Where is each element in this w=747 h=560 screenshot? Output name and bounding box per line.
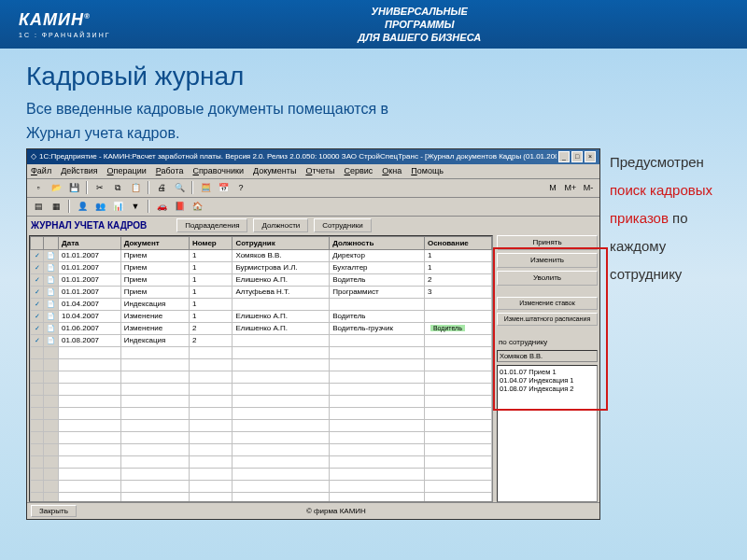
tool-doc-icon[interactable]: ▤ xyxy=(31,199,46,214)
close-journal-button[interactable]: Закрыть xyxy=(31,505,77,517)
close-button[interactable]: × xyxy=(585,151,596,162)
paste-icon[interactable]: 📋 xyxy=(128,180,143,195)
employee-label: по сотруднику xyxy=(497,337,598,347)
page-title: Кадровый журнал xyxy=(26,62,721,91)
table-row[interactable] xyxy=(31,383,492,395)
employee-doc-item[interactable]: 01.04.07 Индексация 1 xyxy=(500,376,595,385)
cut-icon[interactable]: ✂ xyxy=(92,180,107,195)
menu-действия[interactable]: Действия xyxy=(61,166,97,175)
menu-отчеты[interactable]: Отчеты xyxy=(305,166,334,175)
print-icon[interactable]: 🖨 xyxy=(154,180,169,195)
open-icon[interactable]: 📂 xyxy=(49,180,63,195)
copy-icon[interactable]: ⧉ xyxy=(110,180,125,195)
table-row[interactable] xyxy=(31,443,492,455)
col-header[interactable]: Основание xyxy=(424,236,491,249)
window-title: 1С:Предприятие - КАМИН:Расчет заработной… xyxy=(39,152,557,161)
col-header[interactable]: Дата xyxy=(59,236,121,249)
nav-m[interactable]: M xyxy=(545,180,560,195)
nav-mminus[interactable]: M- xyxy=(581,180,596,195)
filter-employees-button[interactable]: Сотрудники xyxy=(314,218,371,232)
table-row[interactable]: ✓📄01.08.2007Индексация2 xyxy=(31,334,492,346)
rates-change-button[interactable]: Изменение ставок xyxy=(497,297,598,310)
change-button[interactable]: Изменить xyxy=(497,253,598,268)
table-row[interactable]: ✓📄01.01.2007Прием1Елишенко А.П.Водитель2 xyxy=(31,273,492,286)
tool-car-icon[interactable]: 🚗 xyxy=(154,199,169,214)
logo: КАМИН® xyxy=(19,10,111,30)
col-header[interactable]: Должность xyxy=(330,236,425,249)
intro-line2: Журнал учета кадров. xyxy=(26,123,721,144)
filter-positions-button[interactable]: Должности xyxy=(253,218,308,232)
tool-users-icon[interactable]: 👥 xyxy=(92,199,107,214)
filter-departments-button[interactable]: Подразделения xyxy=(176,218,247,232)
table-row[interactable]: ✓📄01.01.2007Прием1Бурмистрова И.Л.Бухгал… xyxy=(31,261,492,273)
tool-funnel-icon[interactable]: ▼ xyxy=(128,199,143,214)
tool-home-icon[interactable]: 🏠 xyxy=(190,199,204,214)
accept-button[interactable]: Принять xyxy=(497,235,598,250)
employee-doc-item[interactable]: 01.01.07 Прием 1 xyxy=(500,368,595,376)
table-row[interactable] xyxy=(31,395,492,407)
table-row[interactable] xyxy=(31,419,492,431)
table-row[interactable] xyxy=(31,346,492,358)
dismiss-button[interactable]: Уволить xyxy=(497,271,598,286)
col-header[interactable]: Документ xyxy=(120,236,189,249)
app-window: ◇ 1С:Предприятие - КАМИН:Расчет заработн… xyxy=(26,148,600,520)
col-header[interactable] xyxy=(44,236,59,249)
journal-title: ЖУРНАЛ УЧЕТА КАДРОВ xyxy=(31,220,147,231)
menu-помощь[interactable]: Помощь xyxy=(411,166,444,175)
app-icon: ◇ xyxy=(31,152,36,161)
side-panel: Принять Изменить Уволить Изменение ставо… xyxy=(497,235,598,502)
tool-book-icon[interactable]: 📕 xyxy=(172,199,187,214)
table-row[interactable] xyxy=(31,480,492,492)
table-row[interactable]: ✓📄01.06.2007Изменение2Елишенко А.П.Водит… xyxy=(31,322,492,334)
table-row[interactable] xyxy=(31,492,492,502)
table-row[interactable] xyxy=(31,468,492,480)
new-icon[interactable]: ▫ xyxy=(31,180,46,195)
nav-mplus[interactable]: M+ xyxy=(563,180,578,195)
table-row[interactable] xyxy=(31,358,492,371)
calendar-icon[interactable]: 📅 xyxy=(216,180,231,195)
col-header[interactable]: Сотрудник xyxy=(233,236,330,249)
brand-banner: КАМИН® 1С : ФРАНЧАЙЗИНГ УНИВЕРСАЛЬНЫЕ ПР… xyxy=(0,0,747,49)
menu-работа[interactable]: Работа xyxy=(156,166,184,175)
employee-select[interactable]: Хомяков В.В. xyxy=(497,350,598,362)
banner-slogan: УНИВЕРСАЛЬНЫЕ ПРОГРАММЫ ДЛЯ ВАШЕГО БИЗНЕ… xyxy=(111,5,729,45)
titlebar[interactable]: ◇ 1С:Предприятие - КАМИН:Расчет заработн… xyxy=(27,149,599,164)
menu-операции[interactable]: Операции xyxy=(107,166,147,175)
journal-grid[interactable]: ДатаДокументНомерСотрудникДолжностьОснов… xyxy=(29,235,493,502)
help-icon[interactable]: ? xyxy=(233,180,248,195)
firm-label: © фирма КАМИН xyxy=(306,507,366,515)
calc-icon[interactable]: 🧮 xyxy=(198,180,213,195)
menu-справочники[interactable]: Справочники xyxy=(192,166,244,175)
statusbar: Закрыть © фирма КАМИН xyxy=(27,502,599,519)
table-row[interactable] xyxy=(31,407,492,419)
employee-docs-list[interactable]: 01.01.07 Прием 101.04.07 Индексация 101.… xyxy=(497,365,598,502)
intro-line1: Все введенные кадровые документы помещаю… xyxy=(26,99,721,119)
menu-документы[interactable]: Документы xyxy=(253,166,296,175)
find-icon[interactable]: 🔍 xyxy=(172,180,187,195)
callout-text: Предусмотрен поиск кадровых приказов по … xyxy=(610,148,721,288)
table-row[interactable] xyxy=(31,455,492,468)
table-row[interactable]: ✓📄01.01.2007Прием1Алтуфьева Н.Т.Программ… xyxy=(31,286,492,298)
table-row[interactable] xyxy=(31,371,492,383)
tool-report-icon[interactable]: 📊 xyxy=(110,199,125,214)
staff-schedule-button[interactable]: Измен.штатного расписания xyxy=(497,313,598,326)
menu-файл[interactable]: Файл xyxy=(31,166,51,175)
tool-list-icon[interactable]: ▦ xyxy=(49,199,63,214)
menubar: ФайлДействияОперацииРаботаСправочникиДок… xyxy=(27,164,599,179)
maximize-button[interactable]: □ xyxy=(571,151,583,162)
employee-doc-item[interactable]: 01.08.07 Индексация 2 xyxy=(500,385,595,393)
table-row[interactable]: ✓📄01.01.2007Прием1Хомяков В.В.Директор1 xyxy=(31,249,492,261)
menu-окна[interactable]: Окна xyxy=(382,166,402,175)
col-header[interactable] xyxy=(31,236,44,249)
logo-subtitle: 1С : ФРАНЧАЙЗИНГ xyxy=(19,32,111,38)
tool-user-icon[interactable]: 👤 xyxy=(75,199,90,214)
minimize-button[interactable]: _ xyxy=(558,151,570,162)
toolbar-secondary: ▤ ▦ 👤 👥 📊 ▼ 🚗 📕 🏠 xyxy=(27,198,599,217)
table-row[interactable] xyxy=(31,431,492,443)
save-icon[interactable]: 💾 xyxy=(66,180,81,195)
table-row[interactable]: ✓📄10.04.2007Изменение1Елишенко А.П.Водит… xyxy=(31,310,492,322)
col-header[interactable]: Номер xyxy=(189,236,232,249)
menu-сервис[interactable]: Сервис xyxy=(345,166,374,175)
journal-header: ЖУРНАЛ УЧЕТА КАДРОВ Подразделения Должно… xyxy=(27,217,599,235)
table-row[interactable]: ✓📄01.04.2007Индексация1 xyxy=(31,298,492,310)
